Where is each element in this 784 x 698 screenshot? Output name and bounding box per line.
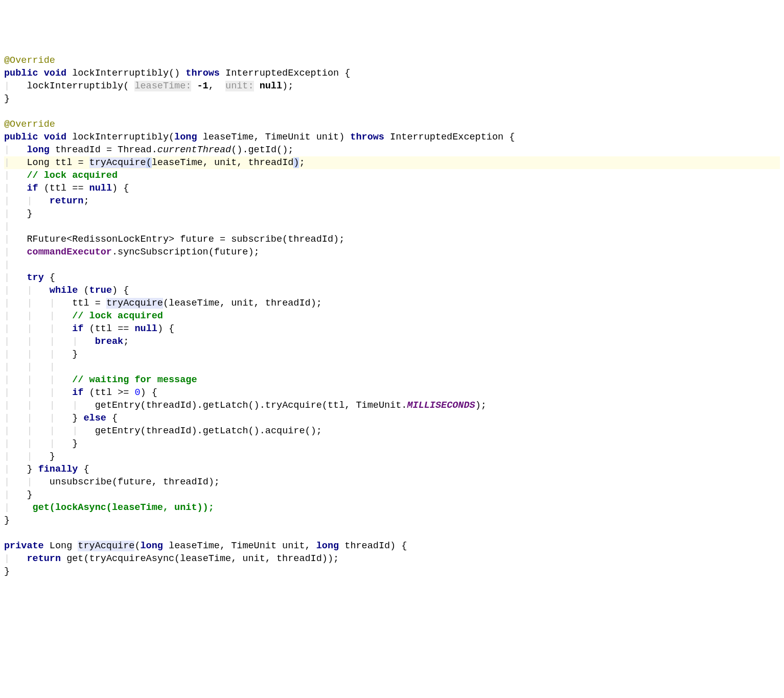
- comment: // waiting for message: [72, 375, 197, 385]
- method-name: tryAcquire: [78, 541, 134, 551]
- method-name: lockInterruptibly: [72, 132, 169, 143]
- code-editor[interactable]: @Overridepublic void lockInterruptibly()…: [4, 54, 780, 578]
- comment: // lock acquired: [27, 170, 118, 181]
- override-annotation: @Override: [4, 55, 55, 66]
- comment: // lock acquired: [72, 311, 163, 321]
- commented-call: get(lockAsync(leaseTime, unit));: [33, 502, 214, 513]
- method-name: lockInterruptibly: [72, 68, 169, 79]
- highlighted-line: | Long ttl = tryAcquire(leaseTime, unit,…: [4, 156, 780, 169]
- override-annotation: @Override: [4, 119, 55, 130]
- param-hint-unit: unit:: [225, 81, 254, 91]
- param-hint-leaseTime: leaseTime:: [134, 81, 191, 91]
